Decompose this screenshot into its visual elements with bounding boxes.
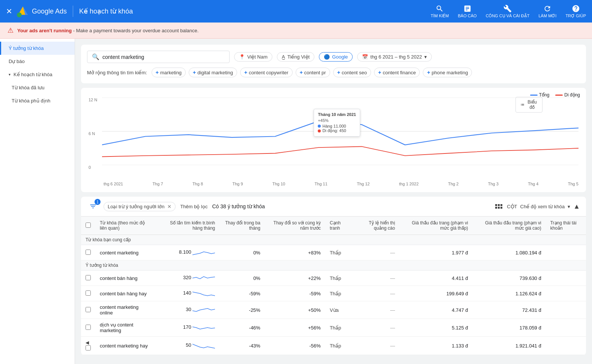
- x-label-feb: Thg 2: [448, 182, 458, 186]
- change3m-cell: -25%: [219, 301, 265, 319]
- expand-chip-phone[interactable]: + phone marketing: [423, 68, 472, 77]
- tooltip-row1-label: Hàng 11.000: [322, 124, 346, 128]
- row-checkbox[interactable]: [86, 307, 91, 312]
- mini-chart-icon: [192, 274, 215, 283]
- view-mode: CỘT Chế độ xem từ khóa ▾ ▲: [494, 203, 580, 211]
- sidebar-item-label: Kế hoạch từ khóa: [14, 72, 53, 77]
- expand-chip-seo[interactable]: + content seo: [333, 68, 371, 77]
- collapse-button[interactable]: ▲: [573, 203, 580, 211]
- expand-chip-copywriter[interactable]: + content copywriter: [240, 68, 293, 77]
- bid-high-cell: 1.126.624 đ: [473, 286, 546, 301]
- change3m-cell: 0%: [219, 271, 265, 286]
- plus-icon: +: [427, 69, 430, 75]
- expand-chip-marketing[interactable]: + marketing: [152, 68, 186, 77]
- display-rate-cell: —: [353, 301, 400, 319]
- th-bid-high: Giá thầu đầu trang (phạm vi mức giá cao): [473, 217, 546, 235]
- sidebar-item-dubao[interactable]: Dự báo: [0, 55, 75, 68]
- language-chip[interactable]: A̲ Tiếng Việt: [277, 52, 314, 62]
- expand-row-icon[interactable]: ◀: [86, 340, 89, 345]
- row-checkbox[interactable]: [81, 245, 95, 260]
- tools-nav-label: CÔNG CỤ VÀ CÀI ĐẶT: [486, 14, 530, 18]
- report-nav-button[interactable]: BÁO CÁO: [458, 5, 477, 18]
- location-icon: 📍: [239, 54, 245, 60]
- sidebar-item-kehoach[interactable]: ▾ Kế hoạch từ khóa: [0, 68, 75, 81]
- network-chip[interactable]: 🔵 Google: [319, 52, 353, 62]
- search-area: 🔍 📍 Việt Nam A̲ Tiếng Việt 🔵 Google 📅: [81, 45, 586, 83]
- th-display-rate: Tỷ lệ hiển thị quảng cáo: [353, 217, 400, 235]
- row-checkbox[interactable]: [86, 345, 91, 350]
- filter-tag: Loại trừ ý tưởng người lớn ✕: [104, 202, 176, 211]
- main-layout: Ý tưởng từ khóa Dự báo ▾ Kế hoạch từ khó…: [0, 39, 592, 364]
- sidebar-item-tukhoadaluu[interactable]: Từ khóa đã lưu: [0, 81, 75, 94]
- search-input-wrap[interactable]: 🔍: [87, 51, 230, 63]
- tools-nav-button[interactable]: CÔNG CỤ VÀ CÀI ĐẶT: [486, 5, 530, 18]
- changeyoy-cell: +83%: [265, 245, 325, 260]
- close-button[interactable]: ✕: [6, 7, 12, 16]
- expand-chip-finance[interactable]: + content finance: [374, 68, 420, 77]
- location-chip[interactable]: 📍 Việt Nam: [234, 52, 272, 62]
- expand-chip-digital[interactable]: + digital marketing: [189, 68, 237, 77]
- add-filter-button[interactable]: Thêm bộ lọc: [180, 204, 207, 209]
- bid-high-cell: 1.921.041 đ: [473, 337, 546, 355]
- chevron-down-icon: ▾: [9, 72, 11, 77]
- sidebar-item-ytudongkhoa[interactable]: Ý tưởng từ khóa: [0, 42, 75, 55]
- refresh-nav-button[interactable]: LÀM MỚI: [538, 5, 556, 18]
- x-label-jun21: thg 6 2021: [104, 182, 123, 186]
- refresh-nav-label: LÀM MỚI: [538, 14, 556, 18]
- x-label-jan22: thg 1 2022: [399, 182, 419, 186]
- chart-container: 12 N 6 N 0 Tháng 10 năm 2021 +45% Hàng 1…: [87, 98, 580, 180]
- row-checkbox[interactable]: [86, 290, 91, 296]
- expand-chip-label: content copywriter: [249, 70, 288, 75]
- expand-chip-pr[interactable]: + content pr: [296, 68, 330, 77]
- search-nav-label: TÌM KIẾM: [431, 14, 449, 18]
- chart-legend: Biểu đồ Tổng Di động: [530, 92, 580, 98]
- y-axis: 12 N 6 N 0: [87, 98, 99, 170]
- status-cell: [546, 286, 586, 301]
- status-cell: [546, 301, 586, 319]
- search-input[interactable]: [102, 54, 225, 60]
- table-row: content marketing online 30 -25% +50% Vừ…: [81, 301, 586, 319]
- display-rate-cell: —: [353, 271, 400, 286]
- column-view-button[interactable]: [494, 203, 504, 210]
- sidebar-item-label: Từ khóa phủ định: [12, 98, 50, 104]
- filter-tag-label: Loại trừ ý tưởng người lớn: [108, 204, 164, 209]
- mini-chart-icon: [192, 323, 215, 332]
- search-nav-button[interactable]: TÌM KIẾM: [431, 5, 449, 18]
- expand-chip-label: content seo: [342, 70, 367, 75]
- section-ideas-label: Ý tưởng từ khóa: [81, 260, 586, 271]
- network-label: Google: [332, 54, 348, 60]
- expand-chip-label: content finance: [383, 70, 416, 75]
- calendar-icon: 📅: [362, 54, 368, 60]
- select-all-checkbox[interactable]: [86, 223, 91, 228]
- section-provided-label: Từ khóa bạn cung cấp: [81, 235, 586, 245]
- y-label-0: 0: [89, 165, 97, 170]
- x-label-jul: Thg 7: [152, 182, 163, 186]
- keyword-cell: content bán hàng hay: [95, 286, 156, 301]
- language-label: Tiếng Việt: [287, 54, 310, 60]
- x-label-nov: Thg 11: [315, 182, 328, 186]
- sidebar-item-label: Từ khóa đã lưu: [12, 85, 45, 90]
- bid-low-cell: 199.649 đ: [400, 286, 473, 301]
- top-nav-actions: TÌM KIẾM BÁO CÁO CÔNG CỤ VÀ CÀI ĐẶT LÀM …: [431, 5, 586, 18]
- mini-chart-icon: [192, 248, 215, 257]
- keyword-cell: content marketing online: [95, 301, 156, 319]
- x-label-oct: Thg 10: [272, 182, 285, 186]
- bid-high-cell: 178.059 đ: [473, 319, 546, 337]
- chart-tooltip: Tháng 10 năm 2021 +45% Hàng 11.000 Di độ…: [314, 109, 360, 137]
- date-range-chip[interactable]: 📅 thg 6 2021 – thg 5 2022 ▾: [357, 52, 431, 62]
- sidebar-item-tukhoaphudinhh[interactable]: Từ khóa phủ định: [0, 94, 75, 107]
- help-nav-button[interactable]: TRỢ GIÚP: [565, 5, 586, 18]
- table-area: 1 Loại trừ ý tưởng người lớn ✕ Thêm bộ l…: [81, 197, 586, 355]
- plus-icon: +: [337, 69, 340, 75]
- tooltip-title: Tháng 10 năm 2021: [318, 112, 356, 117]
- change3m-cell: -59%: [219, 286, 265, 301]
- page-title: Kế hoạch từ khóa: [79, 7, 133, 15]
- status-cell: [546, 319, 586, 337]
- row-checkbox[interactable]: [86, 275, 91, 280]
- remove-filter-button[interactable]: ✕: [167, 204, 171, 209]
- sidebar-item-label: Dự báo: [9, 59, 25, 64]
- row-checkbox[interactable]: [86, 325, 91, 330]
- expand-row: Mở rộng thông tin tìm kiếm: + marketing …: [87, 68, 580, 77]
- change3m-cell: -46%: [219, 319, 265, 337]
- table-row: dịch vụ content marketing 170 -46% +56% …: [81, 319, 586, 337]
